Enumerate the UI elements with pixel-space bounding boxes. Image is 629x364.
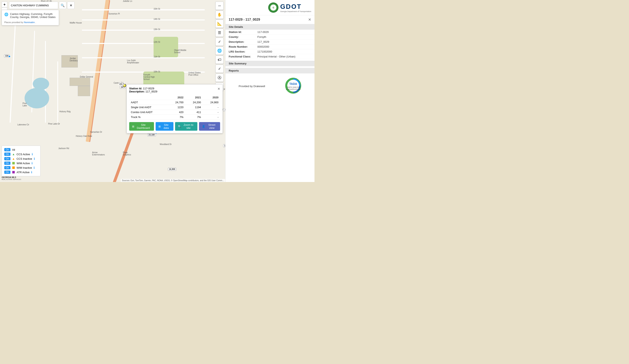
ccs-inactive-info-icon[interactable]: ℹ — [34, 157, 35, 160]
station-popup: Station Id: 117-0029 Description: 117_00… — [127, 84, 223, 133]
row-aadt-label: AADT — [129, 100, 167, 105]
globe-button[interactable]: 🌐 — [215, 47, 224, 55]
search-input-wrapper — [9, 2, 58, 9]
popup-buttons: ⊞ Site Dashboard ⊞ Site data 🔍 Zoom to s… — [129, 122, 220, 131]
clear-button[interactable]: ✕ — [67, 2, 75, 9]
table-col-label — [129, 95, 167, 100]
row-combo-2022: 420 — [167, 110, 185, 115]
row-single-2022: 1220 — [167, 105, 185, 110]
label-otwell: Otwell MiddleSchool — [174, 49, 186, 54]
row-single-label: Single Unit AADT — [129, 105, 167, 110]
popup-close-button[interactable]: ✕ — [217, 87, 220, 91]
label-jordan: JordanDentistry — [70, 57, 78, 62]
road-oakfield — [57, 61, 58, 123]
row-single-2020: - — [202, 105, 220, 110]
autocomplete-dropdown: 🌐 Canton Highway, Cumming, Forsyth Count… — [2, 10, 59, 25]
gdot-logo-group: G GDOT Georgia Department of Transportat… — [268, 2, 311, 13]
ruler-button[interactable]: 📐 — [215, 20, 224, 28]
table-row-combo: Combo Unit AADT 420 411 - — [129, 110, 220, 115]
check-button[interactable]: ✓ — [215, 38, 224, 46]
street-view-button[interactable]: 👤 Street view — [199, 122, 220, 131]
station-marker-main[interactable]: 24.7 — [123, 84, 126, 87]
label-functional-class: Functional Class: — [229, 55, 257, 58]
toggle-ccs-active-button[interactable]: On — [4, 153, 10, 156]
site-data-button[interactable]: ⊞ Site data — [156, 122, 173, 131]
gdot-text-group: GDOT Georgia Department of Transportatio… — [280, 3, 311, 12]
legend-wim-inactive-row: On WIM Inactive ℹ — [4, 166, 38, 170]
station-marker-3[interactable] — [8, 55, 11, 58]
atr-active-info-icon[interactable]: ℹ — [31, 171, 32, 174]
table-col-2022: 2022 — [167, 95, 185, 100]
gdot-subtitle: Georgia Department of Transportation — [280, 10, 311, 12]
label-county: County: — [229, 35, 257, 38]
marker-label-16900: 16,900 — [168, 168, 176, 171]
row-truck-2022: 7% — [167, 115, 185, 120]
toggle-all-button[interactable]: On — [4, 148, 10, 151]
label-woodland: Woodland Dr — [160, 143, 171, 145]
marker-label-13800: 13,800 — [223, 144, 225, 147]
toggle-wim-inactive-button[interactable]: On — [4, 166, 10, 169]
autocomplete-item[interactable]: 🌐 Canton Highway, Cumming, Forsyth Count… — [4, 12, 56, 19]
map-container[interactable]: 15th St 14th St 13th St 12th St 11th St … — [0, 0, 225, 182]
list-button[interactable]: ☰ — [215, 29, 224, 37]
pine-lake-2 — [33, 78, 49, 90]
toggle-wim-active-button[interactable]: On — [4, 162, 10, 165]
row-aadt-2021: 24,200 — [185, 100, 203, 105]
site-dashboard-button[interactable]: ⊞ Site Dashboard — [129, 122, 154, 131]
search-input[interactable] — [11, 4, 52, 7]
reports-header: Reports — [225, 68, 314, 73]
value-lrs-section: 1171002000 — [257, 50, 272, 53]
label-page: PageGraphics — [123, 151, 131, 156]
check2-button[interactable]: ✓ — [215, 65, 224, 73]
marker-label-5960: -5,960 — [223, 108, 225, 111]
toggle-ccs-inactive-button[interactable]: On — [4, 157, 10, 160]
road-11th — [82, 57, 205, 58]
gdot-header: G GDOT Georgia Department of Transportat… — [225, 0, 314, 15]
search-button[interactable]: 🔍 — [59, 2, 66, 9]
zoom-icon: 🔍 — [178, 125, 181, 128]
wim-inactive-info-icon[interactable]: ℹ — [34, 166, 35, 169]
detail-station-id: Station Id: 117-0029 — [225, 30, 314, 35]
autocomplete-address: Canton Highway, Cumming, Forsyth County,… — [10, 12, 56, 19]
building-2 — [70, 78, 90, 86]
ccs-inactive-label: CCS Inactive — [16, 157, 32, 160]
toggle-atr-active-button[interactable]: On — [4, 171, 10, 174]
zoom-to-site-button[interactable]: 🔍 Zoom to site — [175, 122, 197, 131]
label-pine-lake: PineLake — [22, 102, 27, 107]
wim-inactive-icon — [12, 166, 15, 169]
wim-active-info-icon[interactable]: ℹ — [31, 162, 32, 165]
site-summary-header: Site Summary — [225, 61, 314, 66]
ccs-active-icon: ▲ — [12, 153, 15, 156]
person-button[interactable]: Ⓐ — [215, 74, 224, 82]
location-icon: 🌐 — [4, 12, 8, 16]
row-truck-2020: - — [202, 115, 220, 120]
search-icon: 🔍 — [61, 3, 65, 7]
site-details-header: Site Details — [225, 24, 314, 30]
ccs-active-label: CCS Active — [16, 153, 30, 156]
panel-close-button[interactable]: ✕ — [308, 17, 311, 22]
gdot-title: GDOT — [280, 3, 311, 10]
label-13th: 13th St — [154, 28, 160, 30]
zoom-in-button[interactable]: + — [2, 2, 7, 7]
row-truck-2021: 7% — [185, 115, 203, 120]
nominatim-link[interactable]: Nominatim — [24, 21, 35, 23]
row-aadt-2022: 24,700 — [167, 100, 185, 105]
detail-description: Description: 117_0029 — [225, 39, 314, 44]
label-route-number: Route Number: — [229, 45, 257, 48]
station-marker-label: 24.7 — [119, 83, 124, 86]
value-county: Forsyth — [257, 35, 266, 38]
wim-active-label: WIM Active — [16, 162, 30, 165]
hand-tool-button[interactable]: ✋ — [215, 11, 224, 19]
road-15th — [82, 9, 205, 10]
table-col-2021: 2021 — [185, 95, 203, 100]
gdot-logo-inner: G — [270, 4, 276, 11]
label-lakeview: Lakeview Cir — [17, 123, 29, 126]
label-hickory-oak: Hickory Oak Holw — [76, 135, 92, 137]
tag-button[interactable]: 🏷 — [215, 56, 224, 64]
table-col-2020: 2020 — [202, 95, 220, 100]
detail-functional-class: Functional Class: Principal Arterial - O… — [225, 54, 314, 59]
wim-active-icon — [12, 162, 15, 165]
ccs-active-info-icon[interactable]: ℹ — [32, 153, 33, 156]
pan-tool-button[interactable]: ↔ — [215, 2, 224, 10]
label-somerton: Somerton Pl — [109, 13, 120, 15]
